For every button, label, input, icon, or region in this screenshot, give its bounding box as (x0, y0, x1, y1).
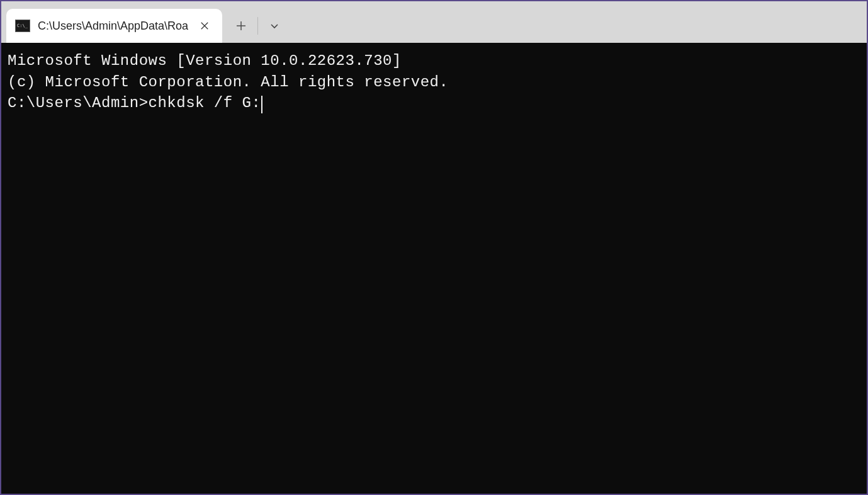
cmd-icon: C:\_ (15, 20, 30, 32)
prompt-path: C:\Users\Admin> (8, 94, 149, 111)
terminal-window: C:\_ C:\Users\Admin\AppData\Roa (0, 0, 868, 495)
copyright-line: (c) Microsoft Corporation. All rights re… (8, 72, 860, 93)
tab-dropdown-button[interactable] (259, 13, 290, 39)
tab-title: C:\Users\Admin\AppData\Roa (38, 20, 188, 33)
close-icon (200, 21, 209, 30)
active-tab[interactable]: C:\_ C:\Users\Admin\AppData\Roa (6, 9, 222, 43)
titlebar: C:\_ C:\Users\Admin\AppData\Roa (1, 1, 867, 43)
plus-icon (236, 21, 246, 31)
version-line: Microsoft Windows [Version 10.0.22623.73… (8, 50, 860, 72)
divider (257, 17, 258, 35)
terminal-output[interactable]: Microsoft Windows [Version 10.0.22623.73… (1, 43, 867, 494)
close-tab-button[interactable] (196, 17, 213, 35)
prompt-line: C:\Users\Admin>chkdsk /f G: (8, 93, 860, 114)
text-cursor (261, 96, 262, 113)
chevron-down-icon (269, 21, 279, 31)
new-tab-button[interactable] (226, 13, 256, 39)
typed-command: chkdsk /f G: (149, 94, 261, 111)
titlebar-actions (226, 9, 290, 43)
